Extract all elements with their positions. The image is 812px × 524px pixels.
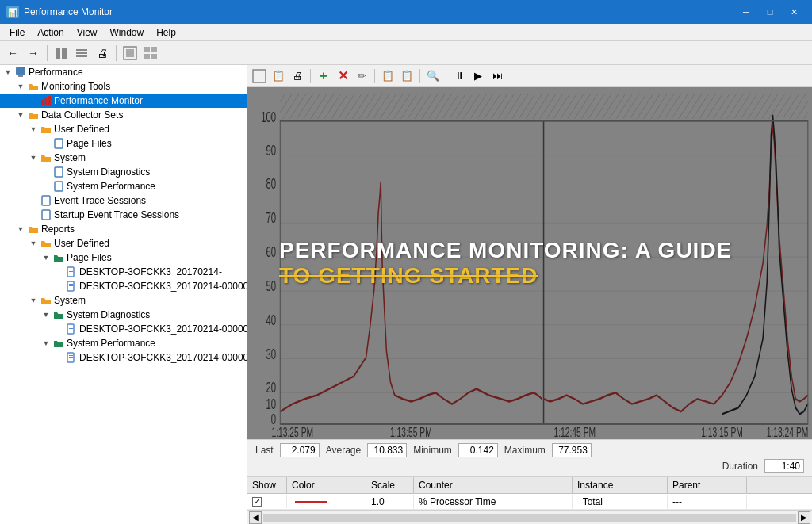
folder-open-icon-4 (40, 151, 52, 164)
tree-item-reports-page-files[interactable]: ▼ Page Files (0, 251, 247, 265)
counter-header: Show Color Scale Counter Instance Parent (247, 477, 812, 494)
back-button[interactable]: ← (3, 44, 22, 63)
view2-button[interactable] (141, 44, 160, 63)
folder-open-icon-8 (40, 294, 52, 307)
tree-item-reports-user-defined[interactable]: ▼ User Defined (0, 236, 247, 251)
tree-item-desktop-1[interactable]: DESKTOP-3OFCKK3_20170214- (0, 265, 247, 279)
header-parent: Parent (668, 477, 747, 493)
tree-item-user-defined[interactable]: ▼ User Defined (0, 122, 247, 136)
show-checkbox[interactable]: ✓ (252, 497, 262, 507)
chart-icon (40, 94, 52, 107)
checkbox-cell: ✓ (252, 497, 282, 507)
counter-table: Show Color Scale Counter Instance Parent… (247, 476, 812, 510)
tree-label-event-trace-sessions: Event Trace Sessions (54, 195, 146, 206)
maximize-button[interactable]: □ (758, 0, 782, 24)
tree-item-performance[interactable]: ▼ Performance (0, 65, 247, 79)
close-button[interactable]: ✕ (782, 0, 806, 24)
svg-rect-4 (76, 55, 87, 57)
menu-view[interactable]: View (71, 24, 104, 41)
tree-item-desktop-3[interactable]: DESKTOP-3OFCKK3_20170214-000001 (0, 322, 247, 336)
view1-button[interactable] (121, 44, 140, 63)
tree-item-performance-monitor[interactable]: Performance Monitor (0, 94, 247, 108)
menu-help[interactable]: Help (150, 24, 182, 41)
tree-item-data-collector-sets[interactable]: ▼ Data Collector Sets (0, 108, 247, 122)
expand-icon: ▼ (27, 294, 40, 307)
expand-icon: ▼ (27, 237, 40, 250)
maximum-label: Maximum (504, 445, 546, 456)
tree-label-reports-page-files: Page Files (67, 252, 112, 263)
folder-open-icon-9 (52, 308, 65, 321)
title-bar-left: 📊 Performance Monitor (6, 6, 113, 18)
minimum-value: 0.142 (458, 443, 498, 457)
forward-button[interactable]: → (24, 44, 43, 63)
expand-icon: ▼ (2, 66, 14, 78)
svg-rect-12 (18, 75, 23, 77)
tree-item-monitoring-tools[interactable]: ▼ Monitoring Tools (0, 79, 247, 94)
header-scale: Scale (366, 477, 414, 493)
chart-view-button[interactable] (251, 67, 268, 85)
scroll-track[interactable] (263, 514, 796, 522)
svg-rect-15 (48, 96, 51, 105)
tree-label-reports-user-defined: User Defined (54, 238, 109, 249)
add-counter-button[interactable]: + (315, 67, 332, 85)
folder-open-icon-6 (40, 237, 52, 250)
page-icon-4 (40, 194, 52, 207)
svg-rect-19 (42, 196, 50, 205)
copy-counter-button[interactable]: 📋 (379, 67, 396, 85)
tree-item-startup-event-trace[interactable]: Startup Event Trace Sessions (0, 208, 247, 222)
show-hide-button[interactable] (52, 44, 71, 63)
delete-counter-button[interactable]: ✕ (334, 67, 351, 85)
paste-counter-button[interactable]: 📋 (398, 67, 416, 85)
menu-action[interactable]: Action (31, 24, 70, 41)
print-button[interactable]: 🖨 (93, 44, 112, 63)
pause-button[interactable]: ⏸ (450, 67, 468, 85)
expand-icon (40, 166, 52, 178)
svg-rect-2 (76, 49, 87, 51)
svg-rect-17 (55, 167, 63, 177)
counter-show: ✓ (247, 495, 287, 508)
svg-rect-20 (42, 210, 50, 220)
chart-copy-button[interactable]: 📋 (270, 67, 287, 85)
last-value: 2.079 (280, 443, 320, 457)
play-button[interactable]: ▶ (469, 67, 487, 85)
overlay-line2: TO GETTING STARTED (279, 263, 538, 289)
svg-rect-25 (69, 284, 73, 285)
tree-item-system-performance[interactable]: System Performance (0, 179, 247, 193)
counter-row[interactable]: ✓ 1.0 % Processor Time _Total --- (247, 494, 812, 510)
tree-label-desktop-3: DESKTOP-3OFCKK3_20170214-000001 (79, 323, 247, 335)
tree-item-event-trace-sessions[interactable]: Event Trace Sessions (0, 193, 247, 208)
tree-item-page-files[interactable]: Page Files (0, 136, 247, 151)
skip-button[interactable]: ⏭ (488, 67, 506, 85)
svg-rect-10 (151, 54, 157, 59)
edit-counter-button[interactable]: ✏ (353, 67, 370, 85)
tree-item-reports-system[interactable]: ▼ System (0, 293, 247, 308)
tree-item-reports[interactable]: ▼ Reports (0, 222, 247, 236)
menu-file[interactable]: File (3, 24, 31, 41)
stats-section: Last 2.079 Average 10.833 Minimum 0.142 … (247, 439, 812, 476)
tree-label-reports-sys-diag: System Diagnostics (67, 309, 150, 320)
minimize-button[interactable]: ─ (734, 0, 758, 24)
expand-icon: ▼ (40, 308, 52, 321)
properties-button[interactable] (72, 44, 91, 63)
scroll-left[interactable]: ◀ (249, 511, 262, 524)
tree-item-system[interactable]: ▼ System (0, 151, 247, 165)
tree-label-desktop-2: DESKTOP-3OFCKK3_20170214-000003 (79, 281, 247, 292)
chart-sep-2 (374, 69, 375, 83)
header-color: Color (287, 477, 366, 493)
scroll-right[interactable]: ▶ (798, 511, 810, 524)
tree-label-reports-sys-perf: System Performance (67, 338, 155, 349)
tree-item-reports-system-perf[interactable]: ▼ System Performance (0, 336, 247, 350)
counter-scale: 1.0 (366, 495, 414, 509)
tree-item-desktop-4[interactable]: DESKTOP-3OFCKK3_20170214-000002 (0, 350, 247, 365)
zoom-button[interactable]: 🔍 (424, 67, 442, 85)
svg-rect-8 (151, 47, 157, 52)
duration-label: Duration (722, 461, 758, 472)
svg-rect-9 (144, 54, 150, 59)
svg-rect-1 (62, 48, 67, 59)
folder-open-icon-7 (52, 251, 65, 264)
chart-print-button[interactable]: 🖨 (289, 67, 306, 85)
tree-item-reports-system-diag[interactable]: ▼ System Diagnostics (0, 308, 247, 322)
menu-window[interactable]: Window (104, 24, 151, 41)
tree-item-desktop-2[interactable]: DESKTOP-3OFCKK3_20170214-000003 (0, 279, 247, 293)
tree-item-system-diagnostics[interactable]: System Diagnostics (0, 165, 247, 179)
